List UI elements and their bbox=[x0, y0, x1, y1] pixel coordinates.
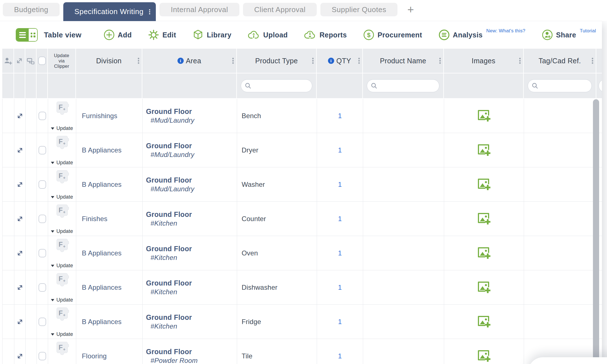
tag-cad-ref-cell[interactable] bbox=[524, 236, 597, 270]
product-type-cell[interactable]: Bench bbox=[237, 99, 317, 133]
tab-budgeting[interactable]: Budgeting bbox=[3, 3, 60, 16]
add-image-icon[interactable] bbox=[478, 316, 491, 328]
header-assign-cell[interactable] bbox=[2, 49, 14, 73]
tag-cad-ref-cell[interactable] bbox=[524, 99, 597, 133]
floating-widget[interactable] bbox=[528, 357, 607, 364]
select-all-checkbox[interactable] bbox=[38, 57, 46, 65]
share-button[interactable]: Share Tutorial bbox=[541, 29, 596, 41]
row-expand-button[interactable] bbox=[14, 167, 26, 201]
header-division[interactable]: Division bbox=[76, 49, 142, 73]
division-cell[interactable]: Furnishings bbox=[76, 99, 143, 133]
add-button[interactable]: Add bbox=[103, 29, 132, 41]
row-expand-button[interactable] bbox=[14, 202, 26, 236]
qty-cell[interactable]: 1 bbox=[317, 99, 363, 133]
product-name-filter-input[interactable] bbox=[367, 79, 439, 92]
row-expand-button[interactable] bbox=[14, 270, 26, 304]
column-menu-icon[interactable] bbox=[519, 58, 521, 64]
row-checkbox[interactable] bbox=[39, 352, 46, 360]
product-name-cell[interactable] bbox=[363, 270, 444, 304]
overflow-filter-input[interactable] bbox=[599, 79, 602, 92]
column-menu-icon[interactable] bbox=[592, 58, 593, 64]
tab-specification-writing[interactable]: Specification Writing bbox=[63, 2, 156, 21]
header-product-name[interactable]: Product Name bbox=[363, 49, 444, 73]
tab-supplier-quotes[interactable]: Supplier Quotes bbox=[320, 3, 397, 16]
vertical-scrollbar[interactable] bbox=[593, 99, 599, 364]
area-cell[interactable]: Ground Floor #Kitchen bbox=[143, 270, 237, 304]
add-image-icon[interactable] bbox=[478, 110, 491, 122]
product-type-cell[interactable]: Dishwasher bbox=[237, 270, 317, 304]
clipper-badge-icon[interactable]: F+ bbox=[57, 239, 68, 250]
tab-menu-icon[interactable] bbox=[149, 9, 150, 14]
qty-cell[interactable]: 1 bbox=[317, 339, 363, 364]
header-checkbox-cell[interactable] bbox=[37, 49, 48, 73]
add-tab-button[interactable]: + bbox=[407, 4, 414, 15]
tag-cad-ref-cell[interactable] bbox=[524, 305, 597, 339]
update-dropdown[interactable]: Update bbox=[51, 297, 73, 303]
product-type-filter-input[interactable] bbox=[241, 79, 312, 92]
header-area[interactable]: i Area bbox=[142, 49, 237, 73]
product-name-cell[interactable] bbox=[363, 202, 444, 236]
update-dropdown[interactable]: Update bbox=[51, 331, 73, 337]
row-checkbox[interactable] bbox=[39, 249, 46, 257]
clipper-badge-icon[interactable]: F+ bbox=[57, 205, 68, 216]
update-dropdown[interactable]: Update bbox=[51, 228, 73, 234]
header-tag-cad-ref[interactable]: Tag/Cad Ref. bbox=[524, 49, 596, 73]
column-menu-icon[interactable] bbox=[358, 58, 360, 64]
add-image-icon[interactable] bbox=[478, 178, 491, 191]
tab-internal-approval[interactable]: Internal Approval bbox=[159, 3, 239, 16]
update-dropdown[interactable]: Update bbox=[51, 160, 73, 166]
product-name-cell[interactable] bbox=[363, 236, 444, 270]
row-checkbox[interactable] bbox=[39, 283, 46, 292]
edit-button[interactable]: Edit bbox=[147, 29, 176, 41]
analysis-whats-this-link[interactable]: New: What's this? bbox=[486, 28, 525, 34]
area-cell[interactable]: Ground Floor #Mud/Laundry bbox=[143, 167, 237, 201]
qty-cell[interactable]: 1 bbox=[317, 236, 363, 270]
qty-cell[interactable]: 1 bbox=[317, 305, 363, 339]
column-menu-icon[interactable] bbox=[138, 58, 139, 64]
product-type-cell[interactable]: Tile bbox=[237, 339, 317, 364]
row-expand-button[interactable] bbox=[14, 339, 26, 364]
area-cell[interactable]: Ground Floor #Kitchen bbox=[143, 236, 237, 270]
add-image-icon[interactable] bbox=[478, 350, 491, 362]
tag-cad-ref-cell[interactable] bbox=[524, 270, 597, 304]
row-checkbox[interactable] bbox=[39, 318, 46, 326]
header-qty[interactable]: i QTY bbox=[317, 49, 363, 73]
qty-cell[interactable]: 1 bbox=[317, 133, 363, 167]
row-checkbox[interactable] bbox=[39, 146, 46, 154]
division-cell[interactable]: B Appliances bbox=[76, 133, 143, 167]
area-cell[interactable]: Ground Floor #Powder Room bbox=[143, 339, 237, 364]
row-expand-button[interactable] bbox=[14, 305, 26, 339]
area-cell[interactable]: Ground Floor #Mud/Laundry bbox=[143, 133, 237, 167]
product-type-cell[interactable]: Dryer bbox=[237, 133, 317, 167]
reports-button[interactable]: Reports bbox=[304, 29, 347, 41]
row-checkbox[interactable] bbox=[39, 112, 46, 120]
product-name-cell[interactable] bbox=[363, 305, 444, 339]
area-cell[interactable]: Ground Floor #Mud/Laundry bbox=[143, 99, 237, 133]
info-icon[interactable]: i bbox=[328, 58, 334, 64]
add-image-icon[interactable] bbox=[478, 281, 491, 294]
qty-cell[interactable]: 1 bbox=[317, 167, 363, 201]
product-type-cell[interactable]: Washer bbox=[237, 167, 317, 201]
list-view-icon[interactable] bbox=[16, 29, 29, 41]
product-type-cell[interactable]: Counter bbox=[237, 202, 317, 236]
division-cell[interactable]: B Appliances bbox=[76, 270, 143, 304]
row-expand-button[interactable] bbox=[14, 99, 26, 133]
tab-client-approval[interactable]: Client Approval bbox=[243, 3, 317, 16]
area-cell[interactable]: Ground Floor #Kitchen bbox=[143, 305, 237, 339]
product-name-cell[interactable] bbox=[363, 99, 444, 133]
area-cell[interactable]: Ground Floor #Kitchen bbox=[143, 202, 237, 236]
add-image-icon[interactable] bbox=[478, 213, 491, 225]
analysis-button[interactable]: Analysis New: What's this? bbox=[438, 29, 525, 41]
product-type-cell[interactable]: Fridge bbox=[237, 305, 317, 339]
upload-button[interactable]: Upload bbox=[247, 29, 288, 41]
tag-cad-ref-cell[interactable] bbox=[524, 133, 597, 167]
update-dropdown[interactable]: Update bbox=[51, 125, 73, 131]
row-checkbox[interactable] bbox=[39, 180, 46, 189]
clipper-badge-icon[interactable]: F+ bbox=[57, 102, 68, 113]
division-cell[interactable]: B Appliances bbox=[76, 305, 143, 339]
header-images[interactable]: Images bbox=[444, 49, 524, 73]
column-menu-icon[interactable] bbox=[312, 58, 314, 64]
grid-view-icon[interactable] bbox=[29, 29, 37, 41]
add-image-icon[interactable] bbox=[478, 247, 491, 259]
update-dropdown[interactable]: Update bbox=[51, 263, 73, 269]
